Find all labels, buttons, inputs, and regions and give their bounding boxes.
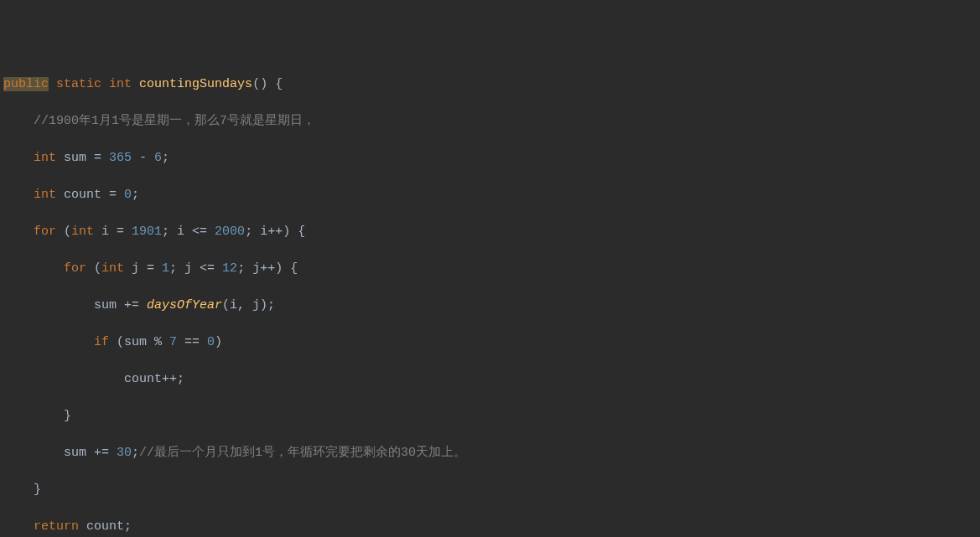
number-literal: 1 [162,261,169,276]
code-text: () { [252,77,283,91]
code-text: } [64,409,71,423]
keyword-int: int [34,188,56,202]
code-text: ( [86,261,101,276]
code-line-7[interactable]: sum += daysOfYear(i, j); [0,297,980,315]
code-line-12[interactable]: } [0,481,980,499]
code-text: j = [124,261,162,276]
code-line-11[interactable]: sum += 30;//最后一个月只加到1号，年循环完要把剩余的30天加上。 [0,444,980,462]
keyword-if: if [94,335,109,349]
number-literal: 6 [154,151,162,165]
code-text: count; [79,519,132,534]
comment-text: //最后一个月只加到1号，年循环完要把剩余的30天加上。 [139,446,466,460]
code-line-9[interactable]: count++; [0,370,980,389]
code-text: (i, j); [222,298,275,312]
code-line-2[interactable]: //1900年1月1号是星期一，那么7号就是星期日， [0,112,980,131]
code-text: (sum % [109,335,169,349]
code-text: sum = [56,151,109,165]
code-text: count++; [124,372,184,386]
keyword-for: for [34,225,56,239]
code-text: sum += [94,298,147,312]
keyword-int: int [101,261,124,276]
function-call: daysOfYear [147,298,222,312]
code-text: ; [132,188,139,202]
code-text: count = [56,188,124,202]
code-text: ; i++) { [245,225,305,239]
code-line-5[interactable]: for (int i = 1901; i <= 2000; i++) { [0,223,980,241]
code-text: ) [215,335,222,349]
code-line-1[interactable]: public static int countingSundays() { [0,75,980,94]
keyword-for: for [64,261,86,276]
number-literal: 365 [109,151,132,165]
keyword-int: int [34,151,56,165]
number-literal: 12 [222,261,237,276]
number-literal: 0 [207,335,215,349]
keyword-public: public [3,77,49,91]
keyword-int: int [71,225,94,239]
code-text: == [177,335,207,349]
code-text: ; [162,151,169,165]
number-literal: 7 [169,335,177,349]
code-line-4[interactable]: int count = 0; [0,186,980,204]
code-text: ( [56,225,71,239]
code-text: sum += [64,446,117,460]
number-literal: 1901 [132,225,162,239]
code-line-8[interactable]: if (sum % 7 == 0) [0,333,980,352]
code-text: ; j++) { [237,261,298,276]
code-line-6[interactable]: for (int j = 1; j <= 12; j++) { [0,260,980,278]
keyword-int: int [109,77,132,91]
number-literal: 0 [124,188,132,202]
code-line-3[interactable]: int sum = 365 - 6; [0,149,980,168]
function-name: countingSundays [139,77,252,91]
code-line-13[interactable]: return count; [0,518,980,536]
number-literal: 30 [117,446,132,460]
code-text: i = [94,225,132,239]
comment-text: //1900年1月1号是星期一，那么7号就是星期日， [34,114,315,128]
keyword-static: static [56,77,101,91]
code-text: ; j <= [169,261,222,276]
number-literal: 2000 [215,225,245,239]
code-text: ; i <= [162,225,215,239]
keyword-return: return [34,519,79,534]
code-text: - [132,151,154,165]
code-line-10[interactable]: } [0,407,980,426]
code-text: } [34,483,41,497]
code-text: ; [132,446,139,460]
